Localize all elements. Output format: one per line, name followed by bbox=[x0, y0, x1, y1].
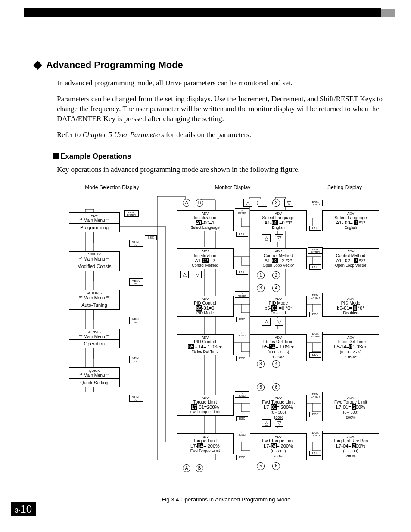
data-enter-key[interactable]: DATAENTER bbox=[124, 210, 139, 217]
down-key-m1[interactable]: ▽ bbox=[275, 234, 283, 242]
reset-key-2[interactable]: >RESET bbox=[235, 291, 249, 298]
esc-key-r5[interactable]: ESC bbox=[309, 412, 321, 417]
diamond-icon bbox=[33, 60, 42, 69]
esc-key-r1[interactable]: ESC bbox=[309, 226, 321, 231]
esc-key-1[interactable]: ESC bbox=[236, 232, 248, 237]
mon-l7-04: -ADV-Fwd Torque LimitL7-04= 200%(0～300)2… bbox=[250, 433, 307, 460]
down-key-m3[interactable]: ▽ bbox=[275, 419, 283, 427]
esc-key-r2[interactable]: ESC bbox=[309, 264, 321, 270]
menu-key-3[interactable]: MENU⤳ bbox=[129, 317, 143, 324]
down-key[interactable]: ▽ bbox=[193, 271, 202, 278]
paragraph-2: Parameters can be changed from the setti… bbox=[34, 94, 386, 124]
esc-key-r4[interactable]: ESC bbox=[309, 352, 321, 358]
circle-4-bot: 4 bbox=[272, 360, 280, 368]
data-enter-key-r5[interactable]: DATAENTER bbox=[308, 392, 323, 398]
mid-b5-14: -ADV-PID Controlb5 - 14= 1.0SecFb los De… bbox=[177, 334, 234, 355]
up-key-m3[interactable]: △ bbox=[262, 419, 271, 427]
figure-caption: Fig 3.4 Operations in Advanced Programmi… bbox=[69, 496, 383, 503]
reset-key-3[interactable]: >RESET bbox=[235, 331, 249, 337]
circle-3-top: 3 bbox=[257, 284, 265, 292]
esc-key-r6[interactable]: ESC bbox=[309, 451, 321, 456]
heading-text: Advanced Programming Mode bbox=[46, 59, 183, 71]
set-a1-02: -ADV-Control MethodA1- 02= 2 *2*Open Loo… bbox=[322, 248, 379, 269]
menu-operation: -DRIVE-** Main Menu **Operation bbox=[69, 329, 120, 348]
data-enter-key-r2[interactable]: DATAENTER bbox=[308, 247, 323, 254]
menu-key-4[interactable]: MENU⤳ bbox=[129, 356, 143, 363]
circle-6-bot: 6 bbox=[272, 462, 280, 470]
circle-2-top: 2 bbox=[272, 199, 280, 207]
header-rule bbox=[24, 8, 381, 17]
page-number: 3-10 bbox=[11, 502, 36, 516]
circle-B-bot: B bbox=[196, 464, 203, 472]
set-a1-00: -ADV-Select LanguageA1- 00= 0 *1*English bbox=[322, 210, 379, 231]
menu-quick-setting: -QUICK-** Main Menu **Quick Setting bbox=[69, 367, 120, 387]
circle-A-bot: A bbox=[183, 464, 190, 472]
set-l7-01: -ADV-Fwd Torque LimitL7-01= 200%(0～300)2… bbox=[322, 395, 379, 421]
up-key-m2[interactable]: △ bbox=[262, 318, 271, 326]
menu-key-1[interactable]: MENU⤳ bbox=[129, 240, 143, 247]
esc-key-r3[interactable]: ESC bbox=[309, 312, 321, 317]
col-header-2: Monitor Display bbox=[198, 184, 267, 190]
circle-4-top: 4 bbox=[272, 284, 280, 292]
menu-key-2[interactable]: MENU⤳ bbox=[129, 278, 143, 286]
menu-modified-consts: -VERIFY-** Main Menu **Modified Consts bbox=[69, 251, 120, 271]
mon-a1-00: -ADV-Select LanguageA1-00 =0 *1*English bbox=[250, 210, 307, 231]
set-l7-04: -ADV-Torq Lmt Rev RgnL7-04= 200%(0～300)2… bbox=[322, 433, 379, 460]
square-icon bbox=[53, 153, 59, 159]
up-key-top[interactable]: △ bbox=[243, 199, 252, 207]
reset-key-1[interactable]: >RESET bbox=[235, 208, 249, 215]
mid-l7-04: -ADV-Torque LimitL7-04= 200%Fwd Torque L… bbox=[177, 433, 234, 454]
subheading: Example Operations bbox=[53, 152, 386, 161]
col-header-1: Mode Selection Display bbox=[69, 184, 155, 190]
esc-key-3[interactable]: ESC bbox=[236, 317, 248, 322]
menu-programming: -ADV-** Main Menu **Programming bbox=[69, 212, 120, 232]
mid-l7-01: -ADV-Torque LimitL7-01=200%Fwd Torque Li… bbox=[177, 395, 234, 416]
data-enter-key-r4[interactable]: DATAENTER bbox=[308, 332, 323, 338]
circle-5-top: 5 bbox=[257, 383, 265, 391]
circle-6-top: 6 bbox=[272, 383, 280, 391]
esc-key-4[interactable]: ESC bbox=[236, 356, 248, 361]
up-key[interactable]: △ bbox=[180, 271, 189, 278]
menu-auto-tuning: -A.TUNE-** Main Menu **Auto-Tuning bbox=[69, 290, 120, 310]
section-heading: Advanced Programming Mode bbox=[34, 59, 386, 71]
data-enter-key-r1[interactable]: DATAENTER bbox=[308, 200, 323, 206]
paragraph-4: Key operations in advanced programming m… bbox=[34, 165, 386, 175]
circle-B-top: B bbox=[196, 199, 203, 207]
circle-2-bot: 2 bbox=[272, 271, 280, 279]
esc-key-5[interactable]: ESC bbox=[236, 416, 248, 421]
circle-5-bot: 5 bbox=[257, 462, 265, 470]
chapter-tab bbox=[381, 9, 395, 17]
figure-3-4: Mode Selection Display Monitor Display S… bbox=[69, 184, 383, 484]
mon-l7-01: -ADV-Fwd Torque LimitL7-01= 200%(0～300)2… bbox=[250, 395, 307, 421]
down-key-m2[interactable]: ▽ bbox=[275, 318, 283, 326]
circle-A-top: A bbox=[183, 199, 190, 207]
mon-a1-02: -ADV-Control MethodA1-02 =2 *2*Open Loop… bbox=[250, 248, 307, 269]
circle-1-bot: 1 bbox=[257, 271, 265, 279]
reset-key-5[interactable]: >RESET bbox=[235, 430, 249, 436]
esc-key[interactable]: ESC bbox=[145, 235, 157, 240]
mid-a1-00: -ADV-InitializationA1-00=1Select Languag… bbox=[177, 210, 234, 231]
down-key-top[interactable]: ▽ bbox=[284, 199, 293, 207]
up-key-m1[interactable]: △ bbox=[262, 234, 271, 242]
data-enter-key-r3[interactable]: DATAENTER bbox=[308, 293, 323, 299]
mon-b5-14: -ADV-Fb los Det Timeb5-14= 1.0Sec(0.00～2… bbox=[250, 334, 307, 361]
mid-b5-01: -ADV-PID Controlb5-01=0PID Mode bbox=[177, 296, 234, 317]
reset-key-4[interactable]: >RESET bbox=[235, 391, 249, 398]
data-enter-key-r6[interactable]: DATAENTER bbox=[308, 431, 323, 437]
paragraph-3: Refer to Chapter 5 User Parameters for d… bbox=[34, 130, 386, 140]
paragraph-1: In advanced programming mode, all Drive … bbox=[34, 78, 386, 88]
mon-b5-01: -ADV-PID Modeb5-01 =0 *0*Disabled bbox=[250, 296, 307, 317]
esc-key-2[interactable]: ESC bbox=[236, 270, 248, 275]
set-b5-01: -ADV-PID Modeb5-01= 0 *0*Disabled bbox=[322, 296, 379, 317]
col-header-3: Setting Display bbox=[310, 184, 379, 190]
mid-a1-02: -ADV-InitializationA1-02 =2Control Metho… bbox=[177, 248, 234, 269]
esc-key-6[interactable]: ESC bbox=[236, 455, 248, 460]
set-b5-14: -ADV-Fb los Det Timeb5-14=01.0Sec(0.00～2… bbox=[322, 334, 379, 361]
menu-key-5[interactable]: MENU⤳ bbox=[129, 395, 143, 402]
circle-3-bot: 3 bbox=[257, 360, 265, 368]
